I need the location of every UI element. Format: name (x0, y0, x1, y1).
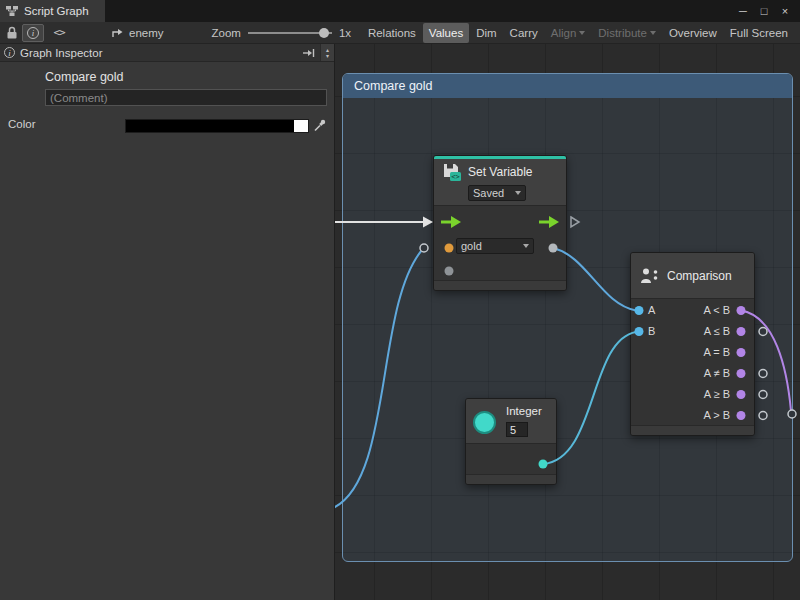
integer-value-input[interactable] (506, 422, 528, 437)
value-port-row: gold (434, 234, 566, 258)
maximize-icon[interactable]: □ (755, 2, 773, 20)
dim-button[interactable]: Dim (470, 23, 502, 43)
node-body: gold (434, 205, 566, 280)
output-label: A < B (703, 304, 730, 316)
values-button[interactable]: Values (423, 23, 469, 43)
spin-down-icon: ▾ (326, 53, 329, 59)
variable-scope-dropdown[interactable]: Saved (468, 185, 526, 201)
chevron-down-icon (515, 191, 521, 195)
flow-port-row (434, 206, 566, 234)
code-icon: <> (53, 26, 64, 39)
comparison-row: A ≥ B (631, 383, 754, 404)
graph-toolbar: i <> enemy Zoom 1x Relations Values Dim … (0, 22, 800, 44)
input-b-label: B (648, 325, 660, 337)
chevron-down-icon (523, 244, 529, 248)
graph-inspector-panel: i Graph Inspector ▴ ▾ Compare gold Color (0, 44, 335, 600)
comparison-icon (640, 267, 660, 285)
scroll-spinner[interactable]: ▴ ▾ (320, 44, 334, 61)
align-button[interactable]: Align (545, 23, 592, 43)
inspector-toggle-button[interactable]: i (22, 24, 44, 42)
group-title: Compare gold (354, 79, 433, 93)
dropdown-value: gold (461, 240, 482, 252)
variable-name-dropdown[interactable]: gold (456, 238, 534, 254)
script-graph-icon (6, 5, 18, 17)
node-set-variable[interactable]: <> Set Variable Saved gold (433, 155, 567, 291)
chevron-down-icon (579, 31, 585, 35)
overview-button[interactable]: Overview (663, 23, 723, 43)
color-swatch[interactable] (125, 119, 309, 133)
minimize-icon[interactable]: ─ (734, 2, 752, 20)
tab-title: Script Graph (24, 5, 89, 17)
chevron-down-icon (650, 31, 656, 35)
fullscreen-button[interactable]: Full Screen (724, 23, 794, 43)
node-footer (466, 474, 556, 484)
node-comparison[interactable]: Comparison A A < B B A ≤ B A = B A ≠ B A… (630, 252, 755, 436)
node-title: Integer (506, 405, 542, 417)
graph-title: Compare gold (45, 70, 124, 84)
zoom-slider[interactable] (248, 32, 332, 34)
integer-port-icon[interactable] (473, 411, 496, 434)
eyedropper-icon[interactable] (313, 118, 327, 132)
carry-button[interactable]: Carry (504, 23, 544, 43)
output-label: A ≤ B (704, 325, 730, 337)
save-variable-icon: <> (442, 162, 462, 182)
comparison-row: A A < B (631, 299, 754, 320)
svg-text:<>: <> (451, 173, 459, 181)
node-footer (434, 280, 566, 290)
output-label: A > B (703, 409, 730, 421)
jump-arrow-icon (112, 28, 124, 38)
group-header[interactable]: Compare gold (343, 74, 792, 98)
lock-icon[interactable] (6, 26, 18, 40)
title-bar: Script Graph ─ □ × (0, 0, 800, 22)
info-icon: i (4, 47, 15, 58)
output-label: A ≥ B (704, 388, 730, 400)
comparison-row: A ≠ B (631, 362, 754, 383)
comparison-row: A = B (631, 341, 754, 362)
tab-script-graph[interactable]: Script Graph (0, 0, 105, 22)
node-body (466, 444, 556, 474)
relations-button[interactable]: Relations (362, 23, 422, 43)
inspector-header-title: Graph Inspector (20, 47, 102, 59)
color-value-area (126, 120, 294, 132)
comment-input[interactable] (45, 89, 327, 106)
node-header[interactable]: <> Set Variable Saved (434, 159, 566, 205)
dock-arrow-icon[interactable] (302, 48, 316, 58)
color-label: Color (8, 118, 35, 130)
extra-port-row (434, 258, 566, 280)
output-label: A = B (703, 346, 730, 358)
zoom-slider-handle[interactable] (319, 28, 329, 38)
distribute-label: Distribute (598, 27, 647, 39)
comparison-row: B A ≤ B (631, 320, 754, 341)
zoom-control: Zoom 1x (212, 27, 352, 39)
graph-ref-label: enemy (129, 27, 164, 39)
graph-canvas[interactable]: Compare gold <> Set Variable Saved (335, 44, 800, 600)
node-header[interactable]: Comparison (631, 253, 754, 299)
input-a-label: A (648, 304, 660, 316)
node-title: Set Variable (468, 165, 532, 179)
toolbar-buttons: Relations Values Dim Carry Align Distrib… (362, 23, 796, 43)
zoom-value: 1x (339, 27, 351, 39)
graph-breadcrumb[interactable]: enemy (112, 27, 164, 39)
node-header[interactable]: Integer (466, 399, 556, 444)
inspector-header[interactable]: i Graph Inspector ▴ ▾ (0, 44, 334, 62)
dropdown-value: Saved (473, 187, 504, 199)
window-controls: ─ □ × (734, 0, 800, 22)
node-footer (631, 425, 754, 435)
distribute-button[interactable]: Distribute (592, 23, 662, 43)
code-view-button[interactable]: <> (48, 24, 70, 42)
info-icon: i (27, 27, 39, 39)
node-integer[interactable]: Integer (465, 398, 557, 485)
zoom-label: Zoom (212, 27, 241, 39)
color-alpha-area (294, 120, 308, 132)
comparison-row: A > B (631, 404, 754, 425)
close-icon[interactable]: × (776, 2, 794, 20)
align-label: Align (551, 27, 577, 39)
node-title: Comparison (667, 269, 732, 283)
output-label: A ≠ B (704, 367, 730, 379)
